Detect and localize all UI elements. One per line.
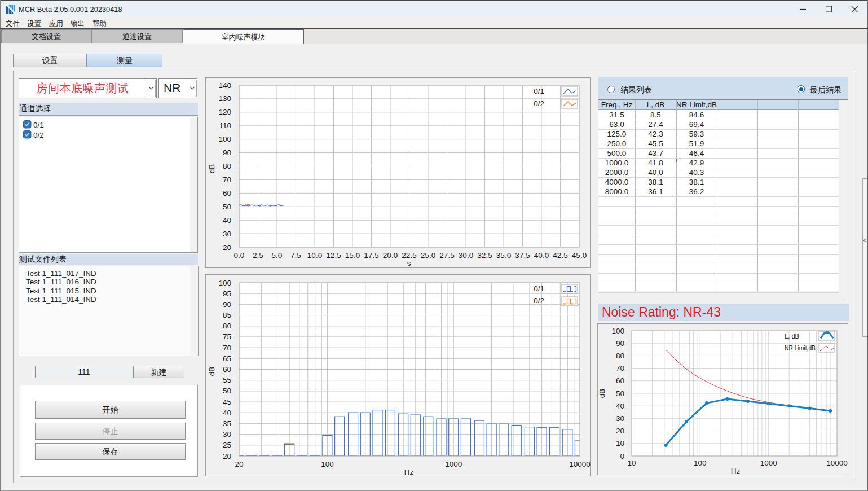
svg-text:37.5: 37.5	[515, 251, 530, 260]
svg-text:80: 80	[616, 352, 624, 360]
svg-text:0/2: 0/2	[534, 99, 544, 108]
svg-text:30: 30	[223, 230, 231, 238]
svg-text:15.0: 15.0	[345, 251, 360, 260]
svg-text:0/2: 0/2	[534, 296, 544, 305]
svg-text:30: 30	[223, 430, 231, 439]
svg-text:50: 50	[223, 387, 231, 395]
svg-text:100: 100	[694, 459, 707, 467]
svg-text:L, dB: L, dB	[785, 332, 799, 340]
svg-text:90: 90	[616, 339, 624, 348]
svg-text:50: 50	[616, 389, 624, 398]
svg-text:7.5: 7.5	[290, 251, 301, 260]
svg-text:30: 30	[616, 414, 624, 423]
svg-text:100: 100	[218, 135, 231, 143]
svg-text:0.0: 0.0	[234, 251, 245, 260]
svg-text:45: 45	[223, 398, 231, 406]
svg-text:60: 60	[223, 189, 231, 198]
svg-text:1000: 1000	[760, 459, 777, 467]
svg-text:10: 10	[627, 459, 636, 467]
svg-text:70: 70	[223, 344, 231, 352]
svg-text:s: s	[407, 259, 411, 268]
svg-text:120: 120	[218, 108, 231, 116]
svg-text:0/1: 0/1	[534, 87, 544, 95]
svg-text:85: 85	[223, 311, 231, 319]
svg-text:70: 70	[616, 364, 624, 372]
svg-text:22.5: 22.5	[402, 251, 416, 260]
svg-text:Hz: Hz	[731, 467, 741, 475]
svg-text:10000: 10000	[569, 460, 591, 468]
svg-text:27.5: 27.5	[439, 251, 454, 260]
svg-text:75: 75	[223, 332, 231, 341]
svg-text:17.5: 17.5	[364, 251, 378, 260]
svg-text:20: 20	[223, 452, 231, 461]
svg-text:20: 20	[235, 460, 243, 468]
svg-text:55: 55	[223, 376, 231, 384]
svg-text:Hz: Hz	[404, 468, 414, 476]
svg-text:2.5: 2.5	[253, 251, 263, 260]
svg-text:25: 25	[223, 441, 231, 449]
svg-text:40: 40	[616, 402, 624, 410]
svg-text:90: 90	[223, 300, 231, 309]
svg-text:50: 50	[223, 203, 231, 211]
svg-text:100: 100	[321, 460, 334, 468]
svg-text:42.5: 42.5	[553, 251, 567, 260]
svg-text:130: 130	[218, 94, 231, 103]
svg-text:35: 35	[223, 419, 231, 428]
svg-text:1000: 1000	[445, 460, 462, 468]
svg-text:100: 100	[218, 279, 231, 287]
svg-text:NR Limit,dB: NR Limit,dB	[785, 344, 816, 352]
svg-text:95: 95	[223, 290, 231, 298]
svg-text:60: 60	[616, 376, 624, 385]
svg-text:40: 40	[223, 409, 231, 417]
svg-text:65: 65	[223, 354, 231, 363]
svg-text:60: 60	[223, 365, 231, 374]
svg-text:70: 70	[223, 176, 231, 184]
svg-text:dB: dB	[208, 367, 216, 376]
svg-text:90: 90	[223, 148, 231, 157]
svg-text:25.0: 25.0	[421, 251, 435, 260]
svg-text:0: 0	[620, 452, 624, 461]
svg-text:80: 80	[223, 162, 231, 170]
svg-text:20: 20	[616, 427, 624, 435]
svg-text:20: 20	[223, 243, 231, 252]
svg-text:dB: dB	[598, 389, 606, 398]
svg-text:dB: dB	[208, 164, 216, 174]
svg-text:110: 110	[219, 121, 231, 130]
svg-text:35.0: 35.0	[496, 251, 511, 260]
svg-text:40: 40	[223, 216, 231, 225]
svg-text:10.0: 10.0	[307, 251, 322, 260]
svg-text:5.0: 5.0	[272, 251, 283, 260]
svg-text:10000: 10000	[826, 459, 848, 467]
svg-text:20.0: 20.0	[383, 251, 398, 260]
svg-text:40.0: 40.0	[534, 251, 549, 260]
svg-text:32.5: 32.5	[477, 251, 492, 260]
svg-text:45.0: 45.0	[572, 251, 587, 260]
svg-text:0/1: 0/1	[534, 284, 544, 293]
svg-text:12.5: 12.5	[326, 251, 341, 260]
svg-text:140: 140	[218, 81, 231, 90]
svg-text:80: 80	[223, 322, 231, 330]
svg-text:30.0: 30.0	[459, 251, 473, 260]
svg-text:100: 100	[611, 327, 624, 335]
svg-text:10: 10	[616, 439, 624, 448]
